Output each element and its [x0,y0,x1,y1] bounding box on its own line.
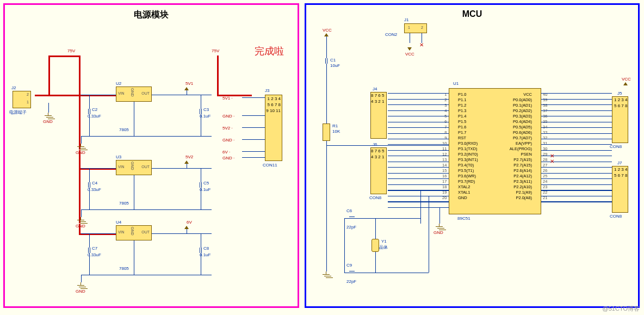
j3-net-labels: 5V1 · GND · 5V2 · GND · 6V ·GND · [222,95,234,161]
ic-u1: P1.0 P1.1 P1.2 P1.3 P1.4 P1.5 P1.6 P1.7 … [449,88,541,214]
power-arrow-icon [623,82,628,85]
capacitor-icon [349,215,355,220]
capacitor-icon [324,58,329,64]
j2-ref: J2 [11,85,16,90]
no-connect-icon: ✕ [419,42,424,48]
gnd-icon [323,271,330,278]
no-connect-icon: ✕ [550,158,554,164]
overlay-done-text: 完成啦 [255,45,284,58]
u2-type: 7805 [119,127,129,132]
watermark: @51CTO博客 [603,305,640,313]
connector-j2: 2 1 [13,91,31,108]
mcu-block: MCU J1 1 2 CON2 ✕ VCC VCC C1 10uF R1 10K… [305,3,640,308]
rail-wire [48,55,50,95]
power-arrow-icon [407,47,412,51]
gnd-icon [45,113,52,119]
rail-wire [217,55,219,95]
net-5v1: 5V1 [185,81,193,86]
rail-75v-a: 75V [67,48,75,53]
gnd-label: GND [43,119,53,124]
bus-wires [388,93,449,207]
connector-j4: 8 7 6 5 4 3 2 1 [370,92,387,139]
regulator-u3: VIN GND OUT [116,160,152,175]
power-block-title: 电源模块 [5,9,298,21]
connector-j1: 1 2 [404,23,427,33]
connector-j5: 1 2 3 4 5 6 7 8 [612,96,628,143]
rail-75v-b: 75V [212,48,219,53]
regulator-u4: VIN GND OUT [116,225,152,240]
capacitor-icon [349,270,355,274]
gnd-icon [77,217,85,224]
regulator-u2: VIN GND OUT [116,87,152,102]
connector-j6: 8 7 6 5 4 3 2 1 [370,147,387,194]
connector-j3: 1 2 3 4 5 6 7 8 9 10 11 [265,95,282,161]
gnd-icon [77,144,85,150]
connector-j7: 1 2 3 4 5 6 7 8 [612,166,628,213]
bus-wires [541,93,612,207]
gnd-icon [436,224,443,230]
resistor-r1 [323,123,330,141]
u2-ref: U2 [116,81,121,86]
gnd-icon [77,282,85,289]
j2-type: 电源端子 [9,109,27,115]
rail-wire [48,55,81,57]
crystal-y1 [371,239,379,252]
mcu-block-title: MCU [306,9,638,19]
